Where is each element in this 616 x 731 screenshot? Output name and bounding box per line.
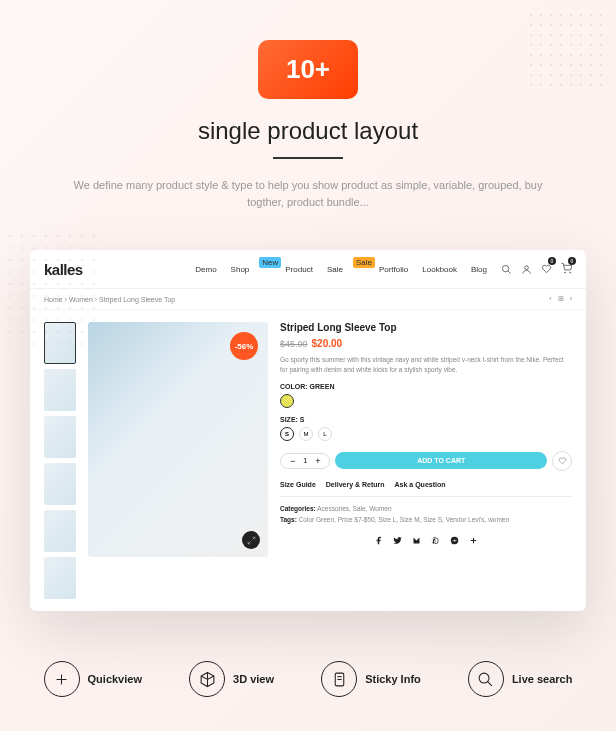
color-label: COLOR: GREEN (280, 383, 572, 390)
svg-point-3 (565, 272, 566, 273)
color-swatch-green[interactable] (280, 394, 294, 408)
prev-icon[interactable]: ‹ (549, 295, 551, 303)
header-icons (501, 260, 572, 278)
thumbnail-list (44, 322, 76, 599)
divider (273, 157, 343, 159)
svg-point-2 (525, 265, 529, 269)
product-content: -56% Striped Long Sleeve Top $45.00$20.0… (30, 310, 586, 611)
hero-subtitle: We define many product style & type to h… (68, 177, 548, 210)
new-tag: New (259, 257, 281, 268)
discount-badge: -56% (230, 332, 258, 360)
sale-tag: Sale (353, 257, 375, 268)
qty-plus-button[interactable]: + (312, 456, 323, 466)
cube-icon (189, 661, 225, 697)
wishlist-icon[interactable] (541, 260, 552, 278)
qty-minus-button[interactable]: − (287, 456, 298, 466)
facebook-icon[interactable] (374, 536, 383, 545)
product-meta: Categories: Acessories, Sale, Women Tags… (280, 503, 572, 526)
add-to-cart-button[interactable]: ADD TO CART (335, 452, 547, 469)
svg-point-0 (502, 265, 508, 271)
magnify-icon (468, 661, 504, 697)
main-menu: Demo ShopNew Product SaleSale Portfolio … (195, 265, 487, 274)
thumbnail-2[interactable] (44, 369, 76, 411)
grid-icon[interactable]: ⊞ (558, 295, 564, 303)
size-s[interactable]: S (280, 427, 294, 441)
pinterest-icon[interactable] (431, 536, 440, 545)
thumbnail-5[interactable] (44, 510, 76, 552)
product-page-preview: kalles Demo ShopNew Product SaleSale Por… (30, 250, 586, 611)
cart-icon[interactable] (561, 260, 572, 278)
messenger-icon[interactable] (450, 536, 459, 545)
size-label: SIZE: S (280, 416, 572, 423)
menu-blog[interactable]: Blog (471, 265, 487, 274)
categories[interactable]: Acessories, Sale, Women (316, 505, 392, 512)
menu-portfolio[interactable]: Portfolio (379, 265, 408, 274)
feature-search: Live search (468, 661, 573, 697)
next-icon[interactable]: › (570, 295, 572, 303)
plus-icon[interactable] (469, 536, 478, 545)
product-details: Striped Long Sleeve Top $45.00$20.00 Go … (280, 322, 572, 599)
size-guide-link[interactable]: Size Guide (280, 481, 316, 488)
search-icon[interactable] (501, 264, 512, 275)
thumbnail-4[interactable] (44, 463, 76, 505)
count-badge: 10+ (258, 40, 358, 99)
document-icon (321, 661, 357, 697)
menu-product[interactable]: Product (285, 265, 313, 274)
user-icon[interactable] (521, 264, 532, 275)
wishlist-button[interactable] (552, 451, 572, 471)
share-icons (280, 536, 572, 545)
feature-3dview: 3D view (189, 661, 274, 697)
svg-point-10 (480, 673, 490, 683)
qty-value: 1 (298, 457, 312, 464)
question-link[interactable]: Ask a Question (395, 481, 446, 488)
menu-shop[interactable]: ShopNew (231, 265, 272, 274)
price: $45.00$20.00 (280, 338, 572, 349)
tags[interactable]: Color Green, Price $7-$50, Size L, Size … (297, 516, 509, 523)
top-nav: kalles Demo ShopNew Product SaleSale Por… (30, 250, 586, 289)
hero-title: single product layout (40, 117, 576, 145)
delivery-link[interactable]: Delivery & Return (326, 481, 385, 488)
old-price: $45.00 (280, 339, 308, 349)
product-title: Striped Long Sleeve Top (280, 322, 572, 333)
twitter-icon[interactable] (393, 536, 402, 545)
svg-line-11 (488, 681, 492, 685)
thumbnail-6[interactable] (44, 557, 76, 599)
thumbnail-3[interactable] (44, 416, 76, 458)
breadcrumb-nav: ‹ ⊞ › (549, 295, 572, 303)
svg-point-4 (570, 272, 571, 273)
size-l[interactable]: L (318, 427, 332, 441)
menu-demo[interactable]: Demo (195, 265, 216, 274)
svg-line-1 (508, 270, 511, 273)
product-description: Go sporty this summer with this vintage … (280, 355, 572, 375)
info-links: Size Guide Delivery & Return Ask a Quest… (280, 481, 572, 497)
main-product-image[interactable]: -56% (88, 322, 268, 557)
cart-row: − 1 + ADD TO CART (280, 451, 572, 471)
breadcrumb: Home › Women › Striped Long Sleeve Top ‹… (30, 289, 586, 310)
hero-section: 10+ single product layout We define many… (0, 0, 616, 230)
menu-sale[interactable]: SaleSale (327, 265, 365, 274)
feature-quickview: Quickview (44, 661, 142, 697)
size-selector: S M L (280, 427, 572, 441)
quantity-stepper: − 1 + (280, 453, 330, 469)
features-row: Quickview 3D view Sticky Info Live searc… (0, 631, 616, 727)
plus-circle-icon (44, 661, 80, 697)
menu-lookbook[interactable]: Lookbook (422, 265, 457, 274)
size-m[interactable]: M (299, 427, 313, 441)
email-icon[interactable] (412, 536, 421, 545)
new-price: $20.00 (312, 338, 343, 349)
feature-sticky: Sticky Info (321, 661, 421, 697)
expand-button[interactable] (242, 531, 260, 549)
